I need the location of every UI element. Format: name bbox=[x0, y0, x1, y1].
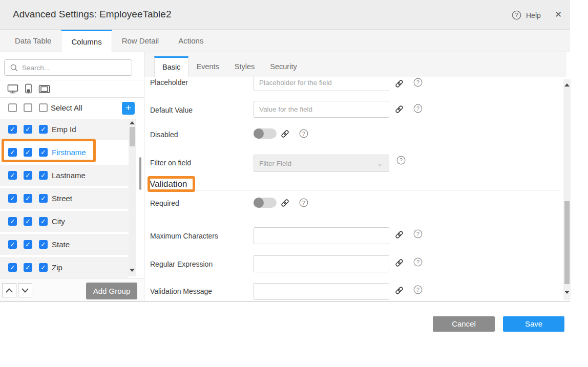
column-list: Emp Id Firstname Lastname Street City St… bbox=[0, 118, 129, 279]
select-all-checkbox-mobile[interactable] bbox=[24, 103, 32, 112]
help-button[interactable]: ? Help bbox=[512, 10, 541, 20]
column-row-zip[interactable]: Zip bbox=[0, 257, 129, 278]
link-icon[interactable] bbox=[395, 79, 404, 88]
scroll-up-icon[interactable] bbox=[130, 121, 135, 124]
checkbox-checked[interactable] bbox=[39, 125, 48, 134]
tab-data-table[interactable]: Data Table bbox=[5, 30, 61, 52]
filter-field-select-value: Filter Field bbox=[259, 160, 291, 167]
checkbox-checked[interactable] bbox=[8, 148, 17, 157]
scroll-down-icon[interactable] bbox=[130, 269, 135, 272]
field-label-required: Required bbox=[150, 199, 179, 207]
checkbox-checked[interactable] bbox=[24, 125, 32, 134]
column-label: Emp Id bbox=[52, 125, 76, 134]
svg-text:?: ? bbox=[416, 231, 419, 237]
help-circle-icon[interactable]: ? bbox=[413, 257, 423, 267]
tab-columns[interactable]: Columns bbox=[61, 30, 112, 53]
link-icon[interactable] bbox=[395, 286, 404, 295]
save-button[interactable]: Save bbox=[503, 316, 564, 332]
tab-security[interactable]: Security bbox=[262, 56, 304, 77]
checkbox-checked[interactable] bbox=[8, 171, 17, 180]
select-all-checkbox-desktop[interactable] bbox=[8, 103, 17, 112]
maximum-characters-input[interactable] bbox=[254, 227, 389, 244]
checkbox-checked[interactable] bbox=[8, 194, 17, 203]
column-row-emp-id[interactable]: Emp Id bbox=[0, 119, 129, 140]
help-circle-icon[interactable]: ? bbox=[413, 229, 423, 239]
checkbox-checked[interactable] bbox=[24, 263, 32, 272]
chevron-down-icon: ⌄ bbox=[377, 160, 383, 167]
link-icon[interactable] bbox=[395, 105, 404, 114]
checkbox-checked[interactable] bbox=[8, 240, 17, 249]
scrollbar-thumb[interactable] bbox=[130, 127, 135, 146]
desktop-icon[interactable] bbox=[7, 84, 18, 94]
checkbox-checked[interactable] bbox=[39, 171, 48, 180]
checkbox-checked[interactable] bbox=[8, 263, 17, 272]
columns-panel: Select All + Emp Id Firstname Lastname S… bbox=[0, 52, 144, 302]
link-icon[interactable] bbox=[281, 129, 289, 138]
checkbox-checked[interactable] bbox=[24, 240, 32, 249]
column-label: State bbox=[52, 240, 70, 249]
checkbox-checked[interactable] bbox=[24, 217, 32, 226]
tab-basic[interactable]: Basic bbox=[154, 56, 188, 77]
checkbox-checked[interactable] bbox=[24, 171, 32, 180]
column-label: City bbox=[52, 217, 65, 226]
column-row-firstname[interactable]: Firstname bbox=[0, 142, 129, 163]
add-group-button[interactable]: Add Group bbox=[86, 283, 137, 299]
checkbox-checked[interactable] bbox=[39, 194, 48, 203]
add-column-button[interactable]: + bbox=[122, 102, 135, 115]
checkbox-checked[interactable] bbox=[39, 217, 48, 226]
tab-actions[interactable]: Actions bbox=[169, 30, 213, 52]
column-row-city[interactable]: City bbox=[0, 211, 129, 232]
tab-row-detail[interactable]: Row Detail bbox=[112, 30, 169, 52]
filter-field-select[interactable]: Filter Field ⌄ bbox=[254, 155, 389, 172]
field-label-maximum-characters: Maximum Characters bbox=[150, 232, 218, 240]
column-row-state[interactable]: State bbox=[0, 234, 129, 255]
placeholder-input[interactable] bbox=[254, 77, 389, 91]
column-row-street[interactable]: Street bbox=[0, 188, 129, 209]
disabled-toggle[interactable] bbox=[254, 128, 277, 139]
panel-divider-scroll-thumb[interactable] bbox=[139, 157, 141, 190]
help-circle-icon[interactable]: ? bbox=[396, 156, 406, 165]
toggle-knob bbox=[254, 128, 264, 139]
tab-events[interactable]: Events bbox=[188, 56, 226, 77]
checkbox-checked[interactable] bbox=[39, 240, 48, 249]
checkbox-checked[interactable] bbox=[8, 217, 17, 226]
svg-text:?: ? bbox=[302, 200, 305, 206]
help-circle-icon[interactable]: ? bbox=[299, 198, 308, 207]
help-circle-icon[interactable]: ? bbox=[299, 129, 308, 138]
column-row-lastname[interactable]: Lastname bbox=[0, 165, 129, 186]
checkbox-checked[interactable] bbox=[8, 125, 17, 134]
link-icon[interactable] bbox=[281, 199, 289, 207]
help-circle-icon[interactable]: ? bbox=[413, 285, 423, 294]
move-up-button[interactable] bbox=[2, 283, 16, 297]
mobile-icon[interactable] bbox=[24, 83, 33, 94]
link-icon[interactable] bbox=[395, 230, 404, 239]
checkbox-checked[interactable] bbox=[39, 148, 48, 157]
regular-expression-input[interactable] bbox=[254, 255, 389, 272]
chevron-down-icon bbox=[22, 288, 29, 293]
dialog-header: Advanced Settings: EmployeeTable2 ? Help… bbox=[0, 0, 570, 30]
form-scrollbar[interactable] bbox=[563, 79, 571, 300]
default-value-input[interactable] bbox=[254, 101, 389, 118]
device-toolbar bbox=[0, 80, 144, 98]
scroll-up-icon[interactable] bbox=[564, 83, 570, 87]
tablet-icon[interactable] bbox=[38, 84, 50, 94]
help-circle-icon[interactable]: ? bbox=[413, 78, 423, 87]
scroll-down-icon[interactable] bbox=[564, 291, 570, 294]
checkbox-checked[interactable] bbox=[24, 148, 32, 157]
link-icon[interactable] bbox=[395, 258, 404, 267]
search-input[interactable] bbox=[22, 64, 132, 72]
checkbox-checked[interactable] bbox=[24, 194, 32, 203]
required-toggle[interactable] bbox=[254, 198, 277, 208]
checkbox-checked[interactable] bbox=[39, 263, 48, 272]
help-circle-icon[interactable]: ? bbox=[413, 104, 423, 113]
section-title-validation: Validation bbox=[150, 179, 187, 189]
move-down-button[interactable] bbox=[18, 283, 32, 297]
close-icon[interactable]: ✕ bbox=[555, 9, 562, 20]
scrollbar-thumb[interactable] bbox=[564, 201, 570, 284]
help-label: Help bbox=[526, 11, 541, 19]
select-all-checkbox-tablet[interactable] bbox=[39, 103, 48, 112]
validation-message-input[interactable] bbox=[254, 283, 389, 300]
cancel-button[interactable]: Cancel bbox=[433, 316, 495, 332]
tab-styles[interactable]: Styles bbox=[227, 56, 263, 77]
column-list-scrollbar[interactable] bbox=[129, 119, 136, 276]
